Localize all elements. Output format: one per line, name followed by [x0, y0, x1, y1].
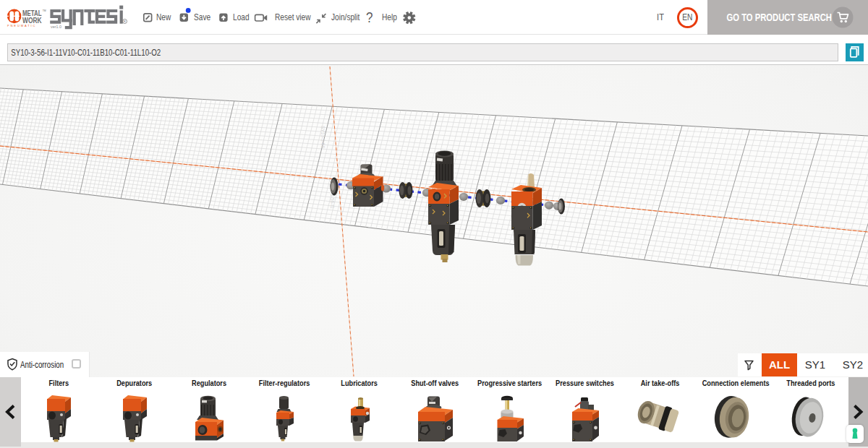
svg-text:SY10-3-56: SY10-3-56: [320, 126, 326, 148]
